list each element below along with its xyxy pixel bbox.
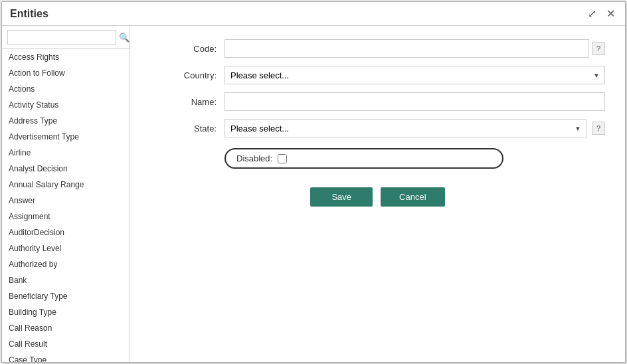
main-window: Entities ⤢ ✕ 🔍 Access RightsAction to Fo… (1, 1, 626, 363)
name-label: Name: (150, 97, 217, 107)
code-help-icon[interactable]: ? (592, 42, 605, 55)
sidebar-list: Access RightsAction to FollowActionsActi… (2, 49, 130, 362)
code-label: Code: (150, 44, 217, 54)
sidebar-item[interactable]: Airline (2, 145, 130, 161)
close-button[interactable]: ✕ (604, 7, 617, 21)
country-label: Country: (150, 70, 217, 80)
sidebar-item[interactable]: Call Reason (2, 320, 130, 336)
buttons-row: Save Cancel (150, 187, 605, 207)
country-row: Country: Please select... ▼ (150, 66, 605, 84)
sidebar-item[interactable]: Actions (2, 81, 130, 97)
country-select-wrapper: Please select... ▼ (224, 66, 605, 84)
sidebar-item[interactable]: Analyst Decision (2, 161, 130, 177)
search-input[interactable] (7, 30, 116, 45)
name-row: Name: (150, 92, 605, 111)
sidebar-item[interactable]: Building Type (2, 304, 130, 320)
sidebar-item[interactable]: Beneficiary Type (2, 288, 130, 304)
sidebar-item[interactable]: Action to Follow (2, 65, 130, 81)
code-input-wrapper: ? (224, 39, 605, 58)
sidebar-item[interactable]: Address Type (2, 113, 130, 129)
code-row: Code: ? (150, 39, 605, 58)
search-icon[interactable]: 🔍 (119, 33, 130, 43)
state-dropdown-wrapper: Please select... ▼ (224, 119, 586, 137)
disabled-row: Disabled: (150, 148, 605, 169)
sidebar-item[interactable]: AuditorDecision (2, 225, 130, 240)
disabled-checkbox[interactable] (278, 154, 287, 163)
sidebar-item[interactable]: Assignment (2, 209, 130, 225)
title-bar: Entities ⤢ ✕ (2, 2, 625, 26)
sidebar-item[interactable]: Advertisement Type (2, 129, 130, 145)
code-input[interactable] (224, 39, 589, 58)
sidebar-item[interactable]: Bank (2, 272, 130, 288)
state-row: State: Please select... ▼ ? (150, 119, 605, 137)
sidebar-item[interactable]: Authorized by (2, 256, 130, 272)
cancel-button[interactable]: Cancel (381, 187, 444, 207)
sidebar-item[interactable]: Annual Salary Range (2, 177, 130, 193)
search-bar: 🔍 (2, 26, 130, 49)
sidebar-item[interactable]: Activity Status (2, 97, 130, 113)
disabled-container: Disabled: (224, 148, 503, 169)
sidebar: 🔍 Access RightsAction to FollowActionsAc… (2, 26, 130, 362)
state-select[interactable]: Please select... (224, 119, 586, 137)
sidebar-item[interactable]: Call Result (2, 336, 130, 352)
title-bar-controls: ⤢ ✕ (585, 7, 617, 21)
content-area: 🔍 Access RightsAction to FollowActionsAc… (2, 26, 625, 362)
main-content: Code: ? Country: Please select... ▼ (130, 26, 625, 362)
expand-button[interactable]: ⤢ (585, 7, 598, 21)
country-select[interactable]: Please select... (224, 66, 605, 84)
name-input[interactable] (224, 92, 605, 111)
sidebar-item[interactable]: Case Type (2, 352, 130, 362)
sidebar-item[interactable]: Answer (2, 193, 130, 209)
country-dropdown-wrapper: Please select... ▼ (224, 66, 605, 84)
sidebar-item[interactable]: Access Rights (2, 49, 130, 65)
sidebar-item[interactable]: Authority Level (2, 240, 130, 256)
window-title: Entities (10, 8, 48, 20)
disabled-label: Disabled: (236, 153, 272, 163)
state-label: State: (150, 124, 217, 134)
state-select-wrapper: Please select... ▼ ? (224, 119, 605, 137)
state-help-icon[interactable]: ? (592, 122, 605, 135)
save-button[interactable]: Save (310, 187, 373, 207)
